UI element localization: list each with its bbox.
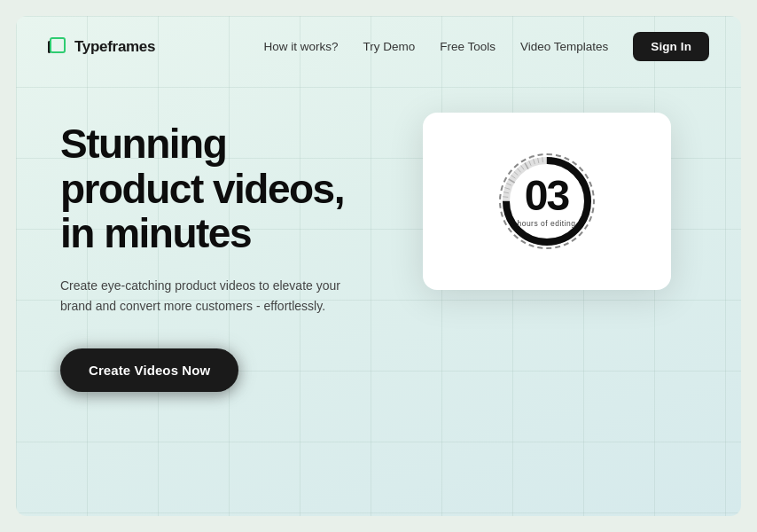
logo[interactable]: Typeframes — [48, 37, 155, 57]
outer-frame: Typeframes How it works? Try Demo Free T… — [0, 0, 757, 532]
nav-video-templates[interactable]: Video Templates — [520, 40, 608, 53]
hero-subtitle: Create eye-catching product videos to el… — [60, 276, 361, 317]
clock-label: hours of editing — [517, 219, 575, 228]
hero-right: 03 hours of editing — [396, 113, 697, 290]
hero-left: Stunning product videos, in minutes Crea… — [60, 113, 361, 392]
navbar: Typeframes How it works? Try Demo Free T… — [16, 16, 741, 77]
logo-icon — [48, 37, 67, 57]
nav-try-demo[interactable]: Try Demo — [363, 40, 415, 53]
logo-text: Typeframes — [74, 38, 155, 56]
video-card: 03 hours of editing — [423, 113, 671, 290]
clock-center: 03 hours of editing — [517, 175, 575, 228]
hero-section: Stunning product videos, in minutes Crea… — [16, 77, 741, 392]
logo-square — [50, 37, 66, 53]
nav-free-tools[interactable]: Free Tools — [440, 40, 496, 53]
nav-links: How it works? Try Demo Free Tools Video … — [263, 32, 709, 61]
clock-number: 03 — [525, 175, 568, 217]
create-videos-button[interactable]: Create Videos Now — [60, 348, 238, 392]
signin-button[interactable]: Sign In — [633, 32, 709, 61]
clock-visual: 03 hours of editing — [498, 153, 596, 250]
nav-how-it-works[interactable]: How it works? — [263, 40, 338, 53]
page-container: Typeframes How it works? Try Demo Free T… — [16, 16, 741, 516]
hero-title: Stunning product videos, in minutes — [60, 121, 361, 256]
